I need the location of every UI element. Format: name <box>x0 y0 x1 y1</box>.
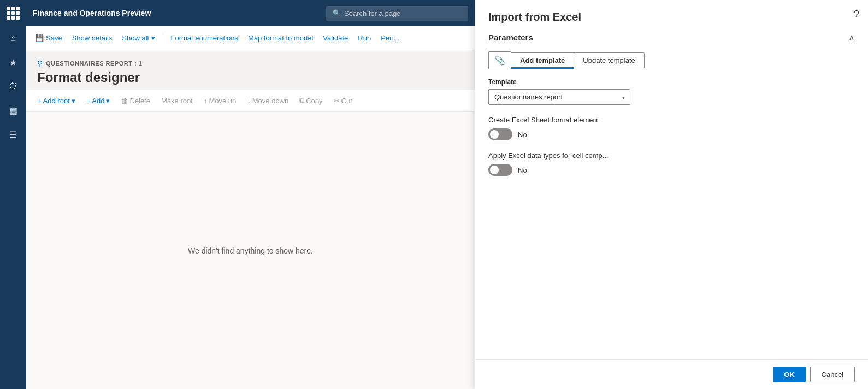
search-placeholder: Search for a page <box>344 9 400 17</box>
save-button[interactable]: 💾 Save <box>31 32 67 44</box>
breadcrumb: QUESTIONNAIRES REPORT : 1 <box>46 60 142 67</box>
paperclip-icon: 📎 <box>494 55 505 66</box>
save-icon: 💾 <box>35 34 44 42</box>
add-root-chevron-icon: ▾ <box>72 97 75 105</box>
template-label: Template <box>488 78 855 86</box>
add-button[interactable]: + Add ▾ <box>82 95 115 107</box>
create-sheet-label: Create Excel Sheet format element <box>488 116 855 124</box>
move-down-icon: ↓ <box>247 97 251 105</box>
create-sheet-group: Create Excel Sheet format element No <box>488 116 855 140</box>
template-select-wrapper: Questionnaires report ▾ <box>488 89 630 105</box>
search-icon: 🔍 <box>333 9 341 17</box>
apply-types-group: Apply Excel data types for cell comp... … <box>488 151 855 176</box>
cut-button[interactable]: ✂ Cut <box>329 95 357 107</box>
delete-icon: 🗑 <box>121 97 128 105</box>
main-toolbar: 💾 Save Show details Show all ▾ Format en… <box>26 26 475 50</box>
waffle-icon <box>4 4 22 22</box>
app-title: Finance and Operations Preview <box>33 9 151 17</box>
template-select[interactable]: Questionnaires report <box>488 89 630 105</box>
show-details-button[interactable]: Show details <box>68 32 117 44</box>
add-template-button[interactable]: Add template <box>511 52 574 68</box>
format-enumerations-button[interactable]: Format enumerations <box>167 32 243 44</box>
filter-icon: ⚲ <box>37 59 43 68</box>
section-header: Parameters ∧ <box>488 32 855 43</box>
perf-button[interactable]: Perf... <box>376 32 404 44</box>
sidebar-item-modules[interactable]: ☰ <box>0 122 26 146</box>
waffle-menu[interactable] <box>0 0 26 26</box>
panel-title: Import from Excel <box>488 11 581 23</box>
content-toolbar: + Add root ▾ + Add ▾ 🗑 Delete Make root … <box>26 90 475 112</box>
collapse-button[interactable]: ∧ <box>848 32 855 43</box>
map-format-button[interactable]: Map format to model <box>244 32 317 44</box>
sidebar-item-workspaces[interactable]: ▦ <box>0 98 26 122</box>
cut-icon: ✂ <box>334 97 340 105</box>
page-content: ⚲ QUESTIONNAIRES REPORT : 1 Format desig… <box>26 50 475 389</box>
make-root-button[interactable]: Make root <box>157 95 197 107</box>
sidebar-item-favorites[interactable]: ★ <box>0 50 26 74</box>
apply-types-label: Apply Excel data types for cell comp... <box>488 151 855 160</box>
apply-types-toggle[interactable] <box>488 164 512 176</box>
validate-button[interactable]: Validate <box>318 32 352 44</box>
top-nav: Finance and Operations Preview 🔍 Search … <box>26 0 475 26</box>
create-sheet-toggle-row: No <box>488 128 855 140</box>
create-sheet-value: No <box>518 131 527 139</box>
add-chevron-icon: ▾ <box>106 97 110 105</box>
show-all-button[interactable]: Show all ▾ <box>117 32 159 44</box>
section-title: Parameters <box>488 33 533 42</box>
apply-types-value: No <box>518 166 527 174</box>
search-bar[interactable]: 🔍 Search for a page <box>326 6 468 21</box>
delete-button[interactable]: 🗑 Delete <box>116 95 155 107</box>
empty-state: We didn't find anything to show here. <box>26 112 475 389</box>
sidebar-item-recent[interactable]: ⏱ <box>0 74 26 98</box>
attach-button[interactable]: 📎 <box>488 51 511 69</box>
add-icon: + <box>86 97 91 105</box>
main-area: Finance and Operations Preview 🔍 Search … <box>26 0 475 389</box>
apply-types-toggle-row: No <box>488 164 855 176</box>
panel-body: Parameters ∧ 📎 Add template Update templ… <box>475 23 868 359</box>
page-title: Format designer <box>37 70 464 85</box>
help-icon[interactable]: ? <box>854 9 859 20</box>
breadcrumb-area: ⚲ QUESTIONNAIRES REPORT : 1 Format desig… <box>26 50 475 85</box>
add-root-icon: + <box>37 97 42 105</box>
empty-message: We didn't find anything to show here. <box>188 246 313 255</box>
panel-header: Import from Excel ? <box>475 0 868 23</box>
create-sheet-toggle[interactable] <box>488 128 512 140</box>
sidebar: ⌂ ★ ⏱ ▦ ☰ <box>0 0 26 389</box>
copy-icon: ⧉ <box>299 96 304 105</box>
ok-button[interactable]: OK <box>773 367 806 382</box>
right-panel: Import from Excel ? Parameters ∧ 📎 Add t… <box>475 0 868 389</box>
run-button[interactable]: Run <box>353 32 375 44</box>
show-all-chevron-icon: ▾ <box>151 34 155 42</box>
copy-button[interactable]: ⧉ Copy <box>295 94 327 107</box>
sidebar-item-home[interactable]: ⌂ <box>0 26 26 50</box>
move-up-icon: ↑ <box>204 97 208 105</box>
move-down-button[interactable]: ↓ Move down <box>243 95 293 107</box>
template-form-group: Template Questionnaires report ▾ <box>488 78 855 105</box>
cancel-button[interactable]: Cancel <box>810 367 855 382</box>
panel-footer: OK Cancel <box>475 359 868 389</box>
move-up-button[interactable]: ↑ Move up <box>199 95 240 107</box>
add-root-button[interactable]: + Add root ▾ <box>33 95 80 107</box>
template-buttons: 📎 Add template Update template <box>488 51 855 69</box>
update-template-button[interactable]: Update template <box>574 52 644 68</box>
toolbar-divider-1 <box>163 33 163 44</box>
